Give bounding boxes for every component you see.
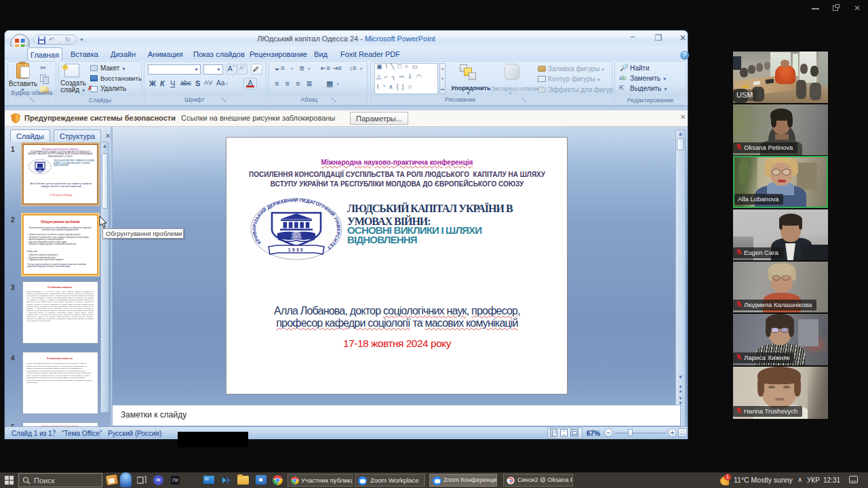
svg-text:1930: 1930 <box>288 247 304 252</box>
svg-text:LIBERTAS: LIBERTAS <box>292 237 302 239</box>
